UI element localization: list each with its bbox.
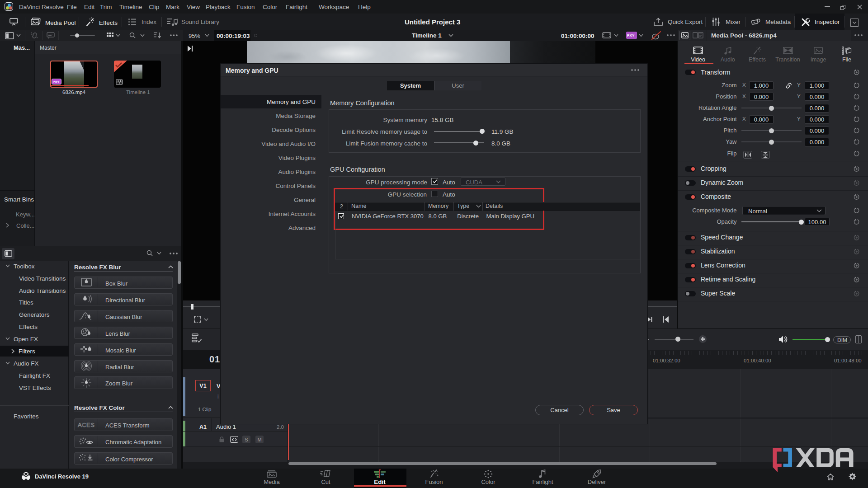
- svg-text:ACES: ACES: [78, 422, 94, 428]
